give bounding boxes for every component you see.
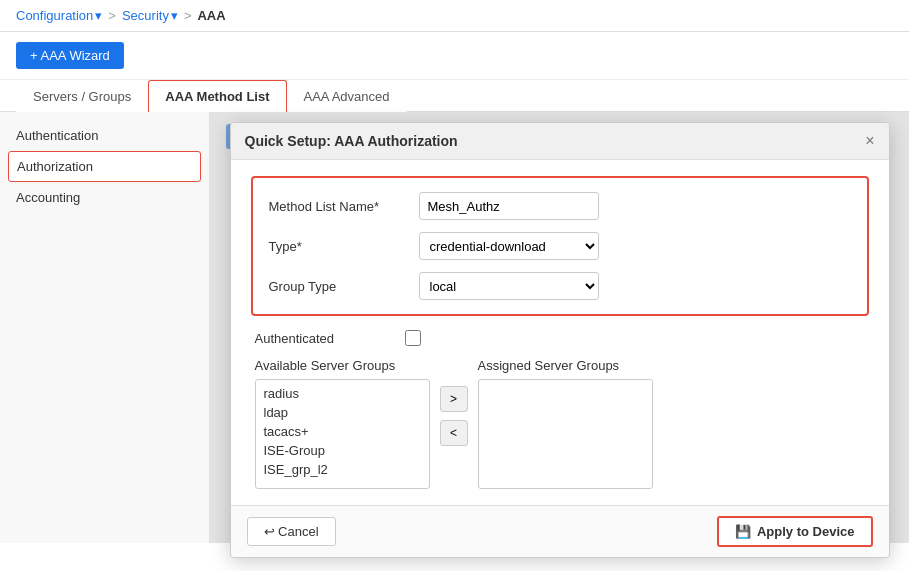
list-item-tacacs[interactable]: tacacs+ bbox=[260, 422, 425, 441]
authenticated-row: Authenticated bbox=[251, 330, 869, 346]
transfer-buttons: > < bbox=[440, 386, 468, 446]
assigned-server-groups-list[interactable] bbox=[478, 379, 653, 489]
server-groups-row: Available Server Groups radius ldap taca… bbox=[251, 358, 869, 489]
transfer-forward-button[interactable]: > bbox=[440, 386, 468, 412]
assigned-server-groups-col: Assigned Server Groups bbox=[478, 358, 653, 489]
tabs-row: Servers / Groups AAA Method List AAA Adv… bbox=[0, 80, 909, 112]
available-server-groups-list[interactable]: radius ldap tacacs+ ISE-Group ISE_grp_l2 bbox=[255, 379, 430, 489]
tab-servers-groups[interactable]: Servers / Groups bbox=[16, 80, 148, 112]
modal-header: Quick Setup: AAA Authorization × bbox=[231, 123, 889, 160]
main-content: + AAA Wizard Servers / Groups AAA Method… bbox=[0, 32, 909, 571]
group-type-label: Group Type bbox=[269, 279, 419, 294]
tab-aaa-advanced[interactable]: AAA Advanced bbox=[287, 80, 407, 112]
list-item-ise-group[interactable]: ISE-Group bbox=[260, 441, 425, 460]
method-list-name-label: Method List Name* bbox=[269, 199, 419, 214]
tab-aaa-method-list[interactable]: AAA Method List bbox=[148, 80, 286, 112]
modal-footer: ↩ Cancel 💾 Apply to Device bbox=[231, 505, 889, 557]
group-type-select[interactable]: local radius ldap tacacs+ bbox=[419, 272, 599, 300]
authenticated-checkbox[interactable] bbox=[405, 330, 421, 346]
method-list-name-row: Method List Name* bbox=[269, 192, 851, 220]
transfer-back-button[interactable]: < bbox=[440, 420, 468, 446]
type-select[interactable]: credential-download exec network command… bbox=[419, 232, 599, 260]
sidebar: Authentication Authorization Accounting bbox=[0, 112, 210, 543]
modal-title: Quick Setup: AAA Authorization bbox=[245, 133, 458, 149]
chevron-down-icon-2: ▾ bbox=[171, 8, 178, 23]
form-section: Method List Name* Type* credential-downl… bbox=[251, 176, 869, 316]
method-list-name-input[interactable] bbox=[419, 192, 599, 220]
breadcrumb-security[interactable]: Security ▾ bbox=[122, 8, 178, 23]
apply-label: Apply to Device bbox=[757, 524, 855, 539]
breadcrumb-security-label: Security bbox=[122, 8, 169, 23]
group-type-row: Group Type local radius ldap tacacs+ bbox=[269, 272, 851, 300]
list-item-ldap[interactable]: ldap bbox=[260, 403, 425, 422]
breadcrumb: Configuration ▾ > Security ▾ > AAA bbox=[0, 0, 909, 32]
sidebar-item-accounting[interactable]: Accounting bbox=[0, 182, 209, 213]
save-icon: 💾 bbox=[735, 524, 751, 539]
type-row: Type* credential-download exec network c… bbox=[269, 232, 851, 260]
breadcrumb-sep-2: > bbox=[184, 8, 192, 23]
sidebar-item-authentication[interactable]: Authentication bbox=[0, 120, 209, 151]
breadcrumb-configuration-label: Configuration bbox=[16, 8, 93, 23]
available-server-groups-label: Available Server Groups bbox=[255, 358, 430, 373]
breadcrumb-current: AAA bbox=[197, 8, 225, 23]
type-label: Type* bbox=[269, 239, 419, 254]
breadcrumb-sep-1: > bbox=[108, 8, 116, 23]
modal-body: Method List Name* Type* credential-downl… bbox=[231, 160, 889, 505]
available-server-groups-col: Available Server Groups radius ldap taca… bbox=[255, 358, 430, 489]
list-item-ise-grp-l2[interactable]: ISE_grp_l2 bbox=[260, 460, 425, 479]
sidebar-item-authorization[interactable]: Authorization bbox=[8, 151, 201, 182]
list-item-radius[interactable]: radius bbox=[260, 384, 425, 403]
content-area: + Add Delete Quick Setup: AAA Authorizat… bbox=[210, 112, 909, 543]
modal-close-button[interactable]: × bbox=[865, 133, 874, 149]
modal-overlay: Quick Setup: AAA Authorization × Method … bbox=[210, 112, 909, 543]
cancel-button[interactable]: ↩ Cancel bbox=[247, 517, 336, 546]
modal-dialog: Quick Setup: AAA Authorization × Method … bbox=[230, 122, 890, 558]
apply-to-device-button[interactable]: 💾 Apply to Device bbox=[717, 516, 873, 547]
breadcrumb-configuration[interactable]: Configuration ▾ bbox=[16, 8, 102, 23]
wizard-row: + AAA Wizard bbox=[0, 32, 909, 80]
chevron-down-icon: ▾ bbox=[95, 8, 102, 23]
body-layout: Authentication Authorization Accounting … bbox=[0, 112, 909, 543]
aaa-wizard-button[interactable]: + AAA Wizard bbox=[16, 42, 124, 69]
assigned-server-groups-label: Assigned Server Groups bbox=[478, 358, 653, 373]
authenticated-label: Authenticated bbox=[255, 331, 405, 346]
